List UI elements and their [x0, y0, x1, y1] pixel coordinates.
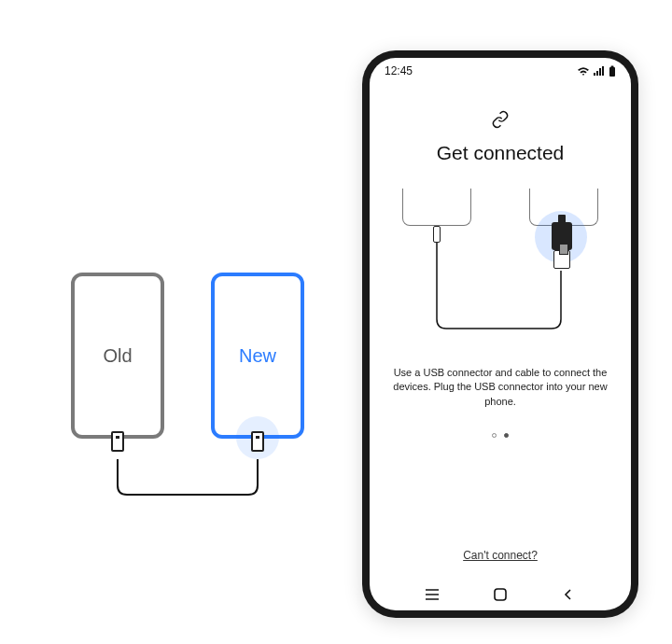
instruction-text: Use a USB connector and cable to connect…	[386, 366, 614, 409]
phone-screen: 12:45	[370, 58, 631, 610]
svg-rect-1	[596, 71, 598, 76]
nav-recents-button[interactable]	[418, 588, 446, 601]
status-icons	[577, 65, 616, 77]
svg-rect-4	[609, 67, 615, 77]
old-phone-label: Old	[75, 276, 161, 435]
page-title: Get connected	[437, 142, 565, 164]
diagram-usb-c-plug	[433, 226, 441, 243]
connection-diagram	[393, 189, 608, 357]
page-dot-2[interactable]	[504, 433, 509, 438]
svg-rect-0	[594, 73, 595, 76]
link-icon	[491, 110, 510, 133]
app-content: Get connected Use a USB connector and ca…	[370, 84, 631, 579]
page-dot-1[interactable]	[492, 433, 497, 438]
nav-back-button[interactable]	[554, 588, 582, 601]
signal-icon	[594, 65, 605, 77]
diagram-usb-a-plug	[553, 250, 570, 269]
old-phone-port	[111, 431, 124, 452]
new-phone-port	[251, 431, 264, 452]
svg-rect-9	[495, 589, 506, 600]
page-indicator	[492, 433, 509, 438]
old-new-phones-illustration: Old New	[54, 273, 334, 515]
status-bar: 12:45	[370, 58, 631, 84]
cant-connect-link[interactable]: Can't connect?	[463, 549, 538, 562]
battery-icon	[609, 65, 616, 77]
svg-rect-5	[611, 66, 614, 68]
new-phone: New	[211, 273, 304, 439]
android-nav-bar	[370, 579, 631, 610]
diagram-old-device	[402, 189, 471, 226]
svg-rect-3	[602, 66, 604, 76]
wifi-icon	[577, 65, 590, 77]
status-time: 12:45	[385, 64, 413, 77]
phone-mockup: 12:45	[362, 50, 638, 618]
new-phone-label: New	[215, 276, 301, 435]
svg-rect-2	[599, 68, 601, 76]
old-phone: Old	[71, 273, 164, 439]
nav-home-button[interactable]	[486, 587, 514, 602]
